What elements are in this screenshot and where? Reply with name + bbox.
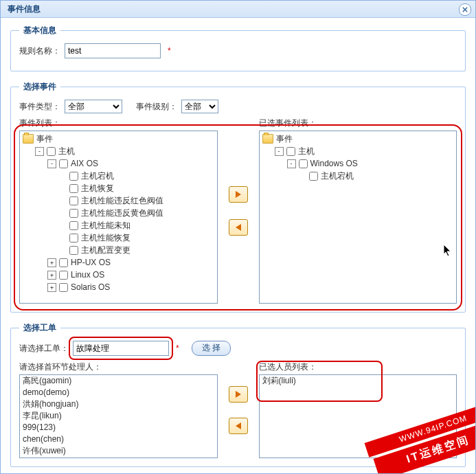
event-dual-list: 事件列表： 事件-主机-AIX OS主机宕机主机恢复主机性能违反红色阀值主机性能… <box>19 117 457 304</box>
tree-toggle[interactable]: - <box>47 159 56 168</box>
event-level-select[interactable]: 全部 <box>181 100 218 113</box>
tree-checkbox[interactable] <box>59 258 68 267</box>
tree-toggle[interactable]: - <box>287 159 296 168</box>
tree-checkbox[interactable] <box>69 246 78 255</box>
tree-checkbox[interactable] <box>286 147 295 156</box>
tree-node-label[interactable]: HP-UX OS <box>71 256 111 269</box>
tree-leaf-label[interactable]: 主机性能违反红色阀值 <box>81 194 163 207</box>
event-level-label: 事件级别： <box>136 101 177 113</box>
tree-leaf-label[interactable]: 主机宕机 <box>321 170 354 182</box>
arrow-right-icon <box>234 390 242 398</box>
dialog-window: 事件信息 基本信息 规则名称： * 选择事件 事件类型： 全部 事件级别： <box>0 0 476 474</box>
tree-leaf-label[interactable]: 主机恢复 <box>81 182 114 194</box>
fieldset-select-event: 选择事件 事件类型： 全部 事件级别： 全部 事件列表： 事件-主机-AIX O… <box>10 81 466 313</box>
pick-workorder-label: 请选择工单： <box>19 343 69 354</box>
row-event-filters: 事件类型： 全部 事件级别： 全部 <box>19 100 457 113</box>
select-workorder-button[interactable]: 选 择 <box>192 341 231 356</box>
event-type-select[interactable]: 全部 <box>65 100 122 113</box>
handler-item[interactable]: 高民(gaomin) <box>20 375 217 387</box>
handler-transfer-buttons <box>223 361 253 458</box>
handler-left-listbox[interactable]: 高民(gaomin)demo(demo)洪娟(hongjuan)李昆(likun… <box>19 374 218 458</box>
event-list-label: 事件列表： <box>19 117 218 129</box>
tree-checkbox[interactable] <box>69 196 78 205</box>
tree-toggle[interactable]: + <box>47 258 56 267</box>
titlebar: 事件信息 <box>1 1 475 18</box>
event-left-col: 事件列表： 事件-主机-AIX OS主机宕机主机恢复主机性能违反红色阀值主机性能… <box>19 117 218 304</box>
tree-checkbox[interactable] <box>59 271 68 280</box>
tree-checkbox[interactable] <box>69 209 78 218</box>
arrow-left-icon <box>234 223 242 232</box>
selected-handler-label: 已选人员列表： <box>259 362 317 372</box>
dialog-body: 基本信息 规则名称： * 选择事件 事件类型： 全部 事件级别： 全部 <box>1 18 475 467</box>
tree-checkbox[interactable] <box>47 147 56 156</box>
tree-node-label[interactable]: 主机 <box>58 145 75 157</box>
handler-item[interactable]: 洪娟(hongjuan) <box>20 398 217 410</box>
move-left-button[interactable] <box>229 219 248 236</box>
tree-checkbox[interactable] <box>69 172 78 181</box>
row-pick-workorder: 请选择工单： * 选 择 <box>19 341 457 356</box>
event-transfer-buttons <box>223 117 253 304</box>
tree-checkbox[interactable] <box>59 283 68 292</box>
arrow-left-icon <box>234 422 242 430</box>
tree-node-label[interactable]: 主机 <box>298 145 315 157</box>
tree-leaf-label[interactable]: 主机宕机 <box>81 170 114 182</box>
tree-checkbox[interactable] <box>69 234 78 242</box>
tree-toggle[interactable]: - <box>275 147 284 156</box>
tree-toggle[interactable]: + <box>47 283 56 292</box>
folder-icon <box>262 134 273 144</box>
rule-name-label: 规则名称： <box>19 45 60 57</box>
selected-handler-item[interactable]: 刘莉(liuli) <box>260 375 457 387</box>
handler-item[interactable]: chen(chen) <box>20 433 217 445</box>
tree-node-label[interactable]: AIX OS <box>71 157 98 170</box>
workorder-input[interactable] <box>73 341 169 356</box>
tree-checkbox[interactable] <box>309 172 318 181</box>
window-title: 事件信息 <box>8 4 41 14</box>
handler-list-label: 请选择首环节处理人： <box>19 361 218 373</box>
tree-checkbox[interactable] <box>299 159 308 168</box>
event-right-col: 已选事件列表： 事件-主机-Windows OS主机宕机 <box>259 117 457 304</box>
handler-item[interactable]: mochaoc(mochaoc) <box>20 457 217 458</box>
tree-checkbox[interactable] <box>69 184 78 193</box>
handler-move-left-button[interactable] <box>229 418 248 434</box>
tree-leaf-label[interactable]: 主机性能恢复 <box>81 232 131 244</box>
tree-leaf-label[interactable]: 主机性能未知 <box>81 219 131 232</box>
tree-root-label[interactable]: 事件 <box>36 133 53 145</box>
required-star: * <box>168 46 171 56</box>
event-right-listbox[interactable]: 事件-主机-Windows OS主机宕机 <box>259 131 457 304</box>
tree-toggle[interactable]: + <box>47 271 56 280</box>
tree-toggle[interactable]: - <box>35 147 44 156</box>
rule-name-input[interactable] <box>65 43 161 58</box>
handler-item[interactable]: demo(demo) <box>20 387 217 398</box>
event-type-label: 事件类型： <box>19 101 60 113</box>
close-icon <box>462 7 468 12</box>
move-right-button[interactable] <box>229 186 248 203</box>
tree-leaf-label[interactable]: 主机性能违反黄色阀值 <box>81 207 163 219</box>
legend-select-event: 选择事件 <box>19 81 60 93</box>
tree-root-label[interactable]: 事件 <box>276 133 293 145</box>
handler-item[interactable]: 李昆(likun) <box>20 410 217 422</box>
arrow-right-icon <box>234 190 242 199</box>
tree-leaf-label[interactable]: 主机配置变更 <box>81 244 131 256</box>
required-star-wo: * <box>176 343 179 353</box>
handler-item[interactable]: 许伟(xuwei) <box>20 445 217 457</box>
tree-node-label[interactable]: Linux OS <box>71 269 104 281</box>
row-rule-name: 规则名称： * <box>19 43 457 58</box>
fieldset-basic: 基本信息 规则名称： * <box>10 25 466 71</box>
tree-node-label[interactable]: Windows OS <box>310 157 358 170</box>
tree-checkbox[interactable] <box>69 221 78 230</box>
folder-icon <box>23 134 34 144</box>
tree-checkbox[interactable] <box>59 159 68 168</box>
handler-left-col: 请选择首环节处理人： 高民(gaomin)demo(demo)洪娟(hongju… <box>19 361 218 458</box>
handler-item[interactable]: 999(123) <box>20 422 217 433</box>
selected-event-list-label: 已选事件列表： <box>259 117 457 129</box>
event-left-listbox[interactable]: 事件-主机-AIX OS主机宕机主机恢复主机性能违反红色阀值主机性能违反黄色阀值… <box>19 131 218 304</box>
legend-select-workorder: 选择工单 <box>19 322 60 334</box>
close-button[interactable] <box>459 3 471 16</box>
tree-node-label[interactable]: Solaris OS <box>71 281 110 293</box>
handler-move-right-button[interactable] <box>229 386 248 403</box>
legend-basic: 基本信息 <box>19 25 60 36</box>
